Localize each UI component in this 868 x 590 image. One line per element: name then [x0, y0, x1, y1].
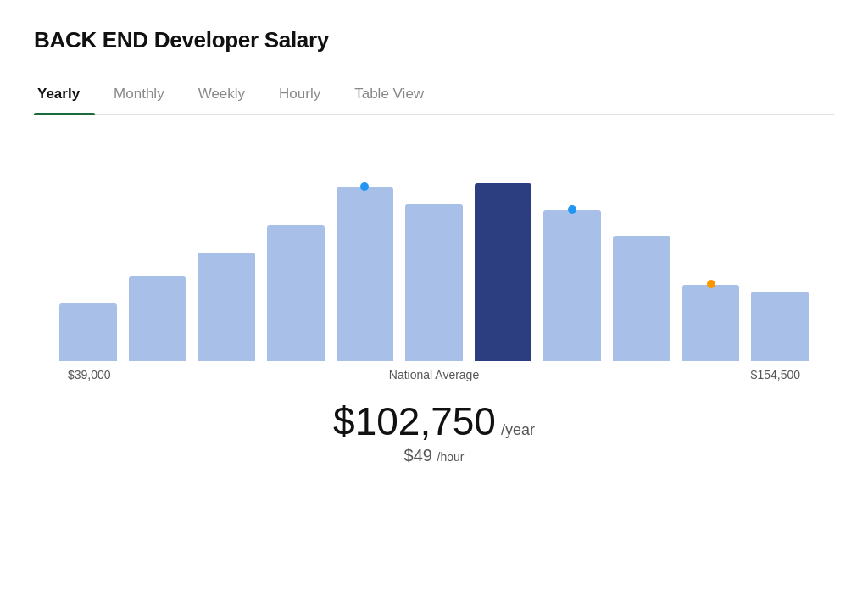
chart-area: $39,000 National Average $154,500 [34, 141, 834, 381]
bar-7[interactable] [543, 210, 601, 361]
salary-sub-amount: $49 [404, 446, 432, 465]
bar-wrapper-4 [337, 187, 394, 361]
salary-sub-unit: /hour [437, 450, 465, 464]
bar-9[interactable] [682, 285, 740, 361]
salary-main: $102,750 /year [34, 398, 834, 444]
bar-wrapper-7 [543, 210, 601, 361]
page-title: BACK END Developer Salary [34, 27, 834, 53]
salary-main-amount: $102,750 [333, 398, 496, 444]
bar-6[interactable] [475, 183, 532, 361]
salary-display: $102,750 /year $49 /hour [34, 398, 834, 465]
bar-1[interactable] [129, 276, 186, 361]
salary-main-unit: /year [501, 421, 535, 439]
bar-5[interactable] [405, 204, 463, 361]
bar-wrapper-5 [405, 204, 463, 361]
bar-dot-9 [707, 280, 715, 288]
bar-4[interactable] [337, 187, 394, 361]
bar-wrapper-10 [751, 292, 809, 361]
axis-labels: $39,000 National Average $154,500 [42, 361, 826, 381]
bar-10[interactable] [751, 292, 809, 361]
bar-wrapper-8 [613, 236, 670, 361]
bar-wrapper-3 [267, 225, 325, 361]
tab-bar: YearlyMonthlyWeeklyHourlyTable View [34, 77, 834, 115]
bar-wrapper-6 [475, 183, 532, 361]
bar-dot-7 [568, 205, 576, 214]
tab-yearly[interactable]: Yearly [34, 77, 95, 114]
bar-dot-4 [360, 182, 369, 191]
bar-wrapper-9 [682, 285, 740, 361]
label-left: $39,000 [68, 368, 111, 381]
tab-weekly[interactable]: Weekly [195, 77, 260, 114]
tab-tableview[interactable]: Table View [351, 77, 439, 114]
tab-monthly[interactable]: Monthly [110, 77, 180, 114]
bar-8[interactable] [613, 236, 670, 361]
bar-2[interactable] [198, 253, 255, 361]
bar-3[interactable] [267, 225, 325, 361]
bar-wrapper-1 [129, 276, 186, 361]
bar-0[interactable] [59, 303, 117, 361]
bar-wrapper-0 [59, 303, 117, 361]
salary-sub: $49 /hour [34, 446, 834, 465]
label-right: $154,500 [751, 368, 800, 381]
tab-hourly[interactable]: Hourly [275, 77, 336, 114]
bar-wrapper-2 [198, 253, 255, 361]
bars-container [42, 141, 826, 361]
label-center: National Average [389, 368, 479, 381]
